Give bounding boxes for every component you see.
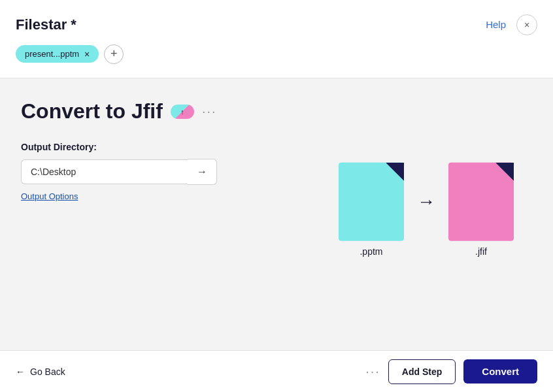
- header-actions: Help ×: [486, 14, 537, 35]
- convert-button[interactable]: Convert: [463, 359, 537, 384]
- badge-arrow-icon: ↑: [180, 108, 184, 116]
- help-link[interactable]: Help: [486, 19, 506, 30]
- target-file-icon: [448, 163, 514, 241]
- go-back-button[interactable]: ← Go Back: [16, 367, 65, 377]
- directory-input-row: →: [21, 159, 217, 185]
- file-chip-label: present...pptm: [25, 49, 79, 59]
- page-title-row: Convert to Jfif ↑ ···: [21, 99, 532, 123]
- app-title: Filestar *: [16, 16, 76, 33]
- go-back-label: Go Back: [30, 367, 65, 377]
- add-file-button[interactable]: +: [104, 44, 124, 64]
- conversion-visual: .pptm → .jfif: [339, 163, 514, 257]
- footer-right: ··· Add Step Convert: [365, 359, 537, 384]
- footer: ← Go Back ··· Add Step Convert: [0, 350, 553, 392]
- target-file-card: .jfif: [448, 163, 514, 257]
- chip-close-icon[interactable]: ×: [84, 50, 90, 59]
- main-content: Convert to Jfif ↑ ··· Output Directory: …: [0, 78, 553, 350]
- source-file-card: .pptm: [339, 163, 404, 257]
- footer-more-icon[interactable]: ···: [365, 364, 380, 379]
- directory-browse-button[interactable]: →: [188, 159, 217, 185]
- back-arrow-icon: ←: [16, 367, 25, 377]
- source-file-label: .pptm: [360, 246, 382, 257]
- file-chip: present...pptm ×: [16, 45, 99, 63]
- conversion-arrow-icon: →: [417, 191, 435, 212]
- add-step-button[interactable]: Add Step: [388, 359, 456, 384]
- page-title: Convert to Jfif: [21, 99, 163, 123]
- more-options-icon[interactable]: ···: [202, 104, 217, 119]
- output-options-link[interactable]: Output Options: [21, 191, 78, 201]
- header: Filestar * Help × present...pptm × +: [0, 0, 553, 78]
- close-button[interactable]: ×: [516, 14, 537, 35]
- file-chips: present...pptm × +: [16, 44, 537, 64]
- source-file-icon: [339, 163, 404, 241]
- header-top: Filestar * Help ×: [16, 14, 537, 35]
- title-badge: ↑: [171, 105, 194, 119]
- output-directory-label: Output Directory:: [21, 142, 532, 152]
- target-file-label: .jfif: [475, 246, 487, 257]
- directory-input[interactable]: [21, 159, 188, 184]
